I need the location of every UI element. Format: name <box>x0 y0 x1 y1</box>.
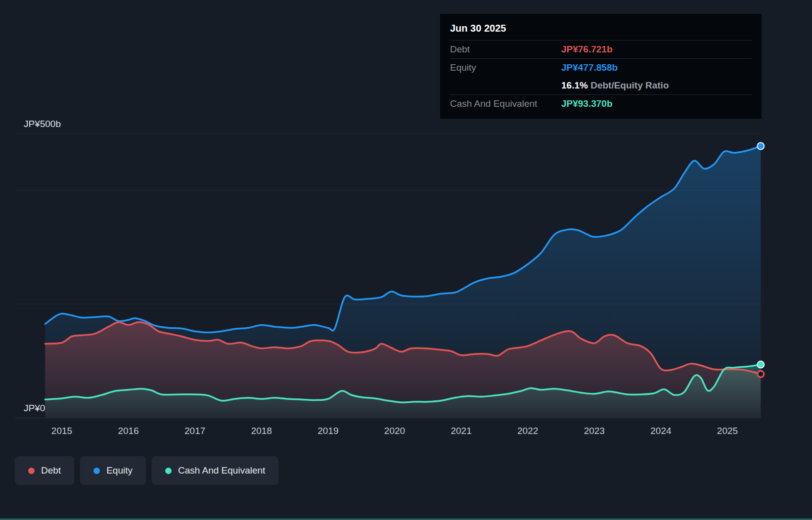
x-axis-label: 2024 <box>650 426 672 436</box>
x-axis-label: 2022 <box>517 426 538 436</box>
x-axis-label: 2015 <box>51 426 72 436</box>
tooltip-debt-value: JP¥76.721b <box>561 44 752 55</box>
legend-item-equity[interactable]: Equity <box>80 456 146 485</box>
tooltip-ratio-row: 16.1% Debt/Equity Ratio <box>450 77 752 95</box>
tooltip-cash-label: Cash And Equivalent <box>450 98 561 109</box>
x-axis-label: 2021 <box>451 426 471 436</box>
chart-legend: Debt Equity Cash And Equivalent <box>15 456 278 485</box>
tooltip-date: Jun 30 2025 <box>450 18 752 41</box>
tooltip-ratio-value: 16.1% <box>561 80 588 90</box>
x-axis-label: 2025 <box>717 426 738 436</box>
chart-tooltip: Jun 30 2025 Debt JP¥76.721b Equity JP¥47… <box>440 14 762 119</box>
tooltip-equity-row: Equity JP¥477.858b <box>450 59 752 77</box>
tooltip-equity-label: Equity <box>450 62 561 73</box>
equity-dot-icon <box>93 468 100 474</box>
x-axis-label: 2017 <box>184 426 205 436</box>
tooltip-debt-label: Debt <box>450 44 561 55</box>
tooltip-debt-row: Debt JP¥76.721b <box>450 41 752 59</box>
x-axis-label: 2016 <box>118 426 138 436</box>
legend-label-cash: Cash And Equivalent <box>178 465 265 476</box>
y-axis-label-zero: JP¥0 <box>24 403 45 414</box>
legend-item-cash[interactable]: Cash And Equivalent <box>152 456 278 485</box>
debt-dot-icon <box>28 468 35 474</box>
tooltip-ratio-label: Debt/Equity Ratio <box>590 80 669 90</box>
x-axis-label: 2023 <box>584 426 605 436</box>
legend-label-debt: Debt <box>41 465 61 476</box>
tooltip-equity-value: JP¥477.858b <box>561 62 752 73</box>
legend-label-equity: Equity <box>106 465 133 476</box>
page: { "tooltip": { "date": "Jun 30 2025", "d… <box>0 0 812 520</box>
endpoint-marker-equity <box>757 143 764 150</box>
x-axis-label: 2020 <box>384 426 405 436</box>
legend-item-debt[interactable]: Debt <box>15 456 74 485</box>
y-axis-label-max: JP¥500b <box>24 119 61 130</box>
cash-dot-icon <box>165 468 172 474</box>
x-axis-label: 2018 <box>251 426 272 436</box>
endpoint-marker-cash-and-equivalent <box>757 361 764 368</box>
x-axis-label: 2019 <box>317 426 338 436</box>
tooltip-cash-value: JP¥93.370b <box>561 98 752 109</box>
endpoint-marker-debt <box>758 371 764 377</box>
tooltip-cash-row: Cash And Equivalent JP¥93.370b <box>450 95 752 113</box>
